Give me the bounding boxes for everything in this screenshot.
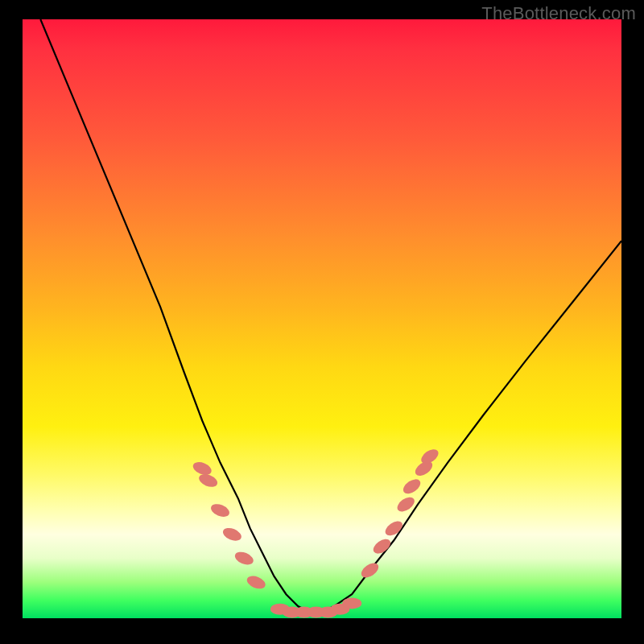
plot-area bbox=[23, 19, 621, 618]
curve-marker bbox=[283, 607, 302, 618]
chart-frame: TheBottleneck.com bbox=[0, 0, 644, 644]
curve-marker bbox=[342, 597, 361, 609]
curve-marker bbox=[245, 573, 266, 591]
curve-marker bbox=[330, 604, 349, 615]
curve-marker bbox=[191, 460, 213, 477]
curve-marker bbox=[394, 494, 417, 514]
curve-marker bbox=[233, 550, 255, 568]
curve-marker bbox=[197, 472, 219, 489]
curve-marker bbox=[209, 502, 231, 519]
curve-marker bbox=[382, 518, 405, 539]
bottleneck-curve-path bbox=[40, 19, 621, 613]
curve-marker bbox=[307, 607, 326, 618]
curve-marker bbox=[401, 477, 423, 497]
curve-marker bbox=[359, 560, 382, 580]
curve-marker bbox=[318, 607, 337, 618]
curve-marker bbox=[371, 536, 394, 556]
curve-marker bbox=[295, 607, 314, 618]
curve-marker bbox=[221, 526, 243, 543]
curve-marker bbox=[413, 458, 436, 478]
curve-markers bbox=[191, 446, 440, 617]
curve-marker bbox=[270, 604, 290, 615]
watermark-text: TheBottleneck.com bbox=[481, 3, 636, 24]
curve-marker bbox=[419, 446, 441, 466]
curve-svg bbox=[23, 19, 621, 618]
